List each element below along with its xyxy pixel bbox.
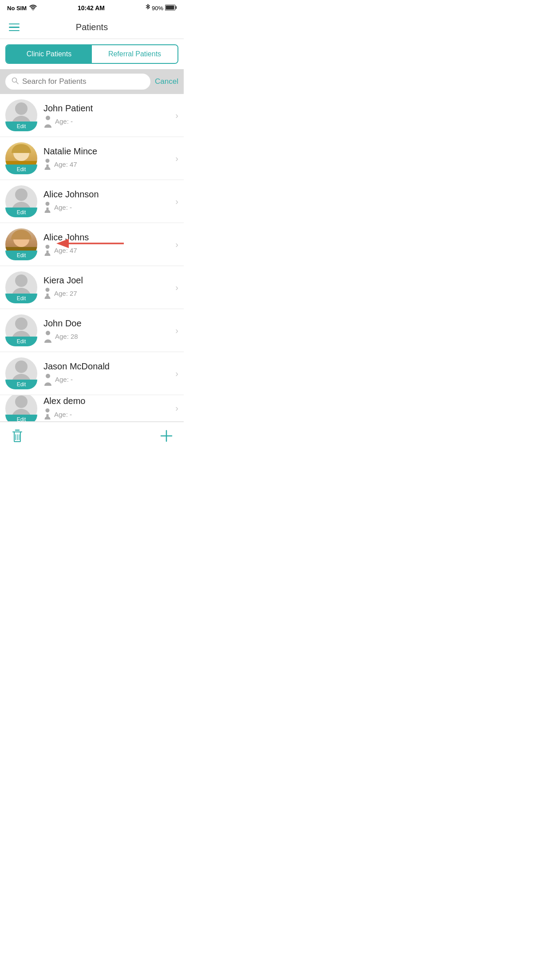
avatar: Edit — [5, 185, 37, 217]
patient-name: Kiera Joel — [43, 275, 172, 286]
patient-age: Age: - — [55, 118, 73, 125]
gender-icon — [43, 287, 51, 300]
wifi-icon — [29, 4, 37, 12]
patient-name: John Doe — [43, 318, 172, 329]
chevron-right-icon: › — [175, 196, 178, 207]
edit-badge[interactable]: Edit — [5, 380, 37, 389]
patient-name: Natalie Mince — [43, 146, 172, 157]
no-sim-label: No SIM — [7, 5, 27, 12]
chevron-right-icon: › — [175, 368, 178, 379]
patient-row[interactable]: Edit Alice Johnson Age: - › — [0, 180, 184, 223]
edit-badge[interactable]: Edit — [5, 337, 37, 346]
patient-age-row: Age: - — [43, 373, 172, 386]
chevron-right-icon: › — [175, 110, 178, 121]
svg-rect-3 — [166, 5, 174, 9]
svg-point-17 — [46, 331, 50, 335]
chevron-right-icon: › — [175, 239, 178, 250]
avatar: Edit — [5, 142, 37, 174]
patient-list: Edit John Patient Age: - › Edit Natalie … — [0, 94, 184, 422]
chevron-right-icon: › — [175, 325, 178, 336]
referral-patients-tab[interactable]: Referral Patients — [92, 45, 177, 63]
patient-age-row: Age: - — [43, 115, 172, 128]
gender-icon — [43, 330, 52, 343]
svg-point-19 — [46, 408, 50, 412]
search-input[interactable] — [22, 77, 144, 86]
patient-name: John Patient — [43, 103, 172, 114]
patient-age-row: Age: - — [43, 201, 172, 214]
delete-button[interactable] — [11, 428, 24, 445]
segment-control: Clinic Patients Referral Patients — [5, 44, 178, 64]
patient-age: Age: 27 — [54, 290, 77, 297]
edit-badge[interactable]: Edit — [5, 415, 37, 422]
svg-point-9 — [46, 202, 50, 206]
edit-badge[interactable]: Edit — [5, 165, 37, 174]
patient-age: Age: 47 — [54, 161, 77, 168]
patient-row[interactable]: Edit Alex demo Age: - › — [0, 395, 184, 422]
gender-icon — [43, 201, 51, 214]
patient-age-row: Age: 27 — [43, 287, 172, 300]
svg-point-7 — [46, 159, 50, 163]
battery-icon — [165, 4, 177, 12]
svg-rect-16 — [47, 294, 49, 297]
add-button[interactable] — [160, 429, 173, 444]
hamburger-button[interactable] — [7, 22, 21, 33]
chevron-right-icon: › — [175, 403, 178, 413]
svg-rect-2 — [175, 6, 177, 9]
svg-rect-10 — [47, 208, 49, 211]
avatar: Edit — [5, 357, 37, 389]
patient-age-row: Age: 47 — [43, 244, 172, 257]
svg-line-5 — [16, 82, 19, 84]
edit-badge[interactable]: Edit — [5, 208, 37, 217]
patient-age: Age: - — [54, 411, 72, 418]
svg-point-0 — [32, 9, 34, 10]
patient-age-row: Age: 28 — [43, 330, 172, 343]
patient-row[interactable]: Edit John Doe Age: 28 › — [0, 309, 184, 352]
avatar: Edit — [5, 271, 37, 303]
clinic-patients-tab[interactable]: Clinic Patients — [6, 45, 92, 63]
search-bar-container: Cancel — [0, 69, 184, 94]
chevron-right-icon: › — [175, 282, 178, 293]
patient-age: Age: 47 — [54, 247, 77, 254]
patient-age-row: Age: 47 — [43, 158, 172, 171]
patient-row[interactable]: Edit Alice Johns Age: 47 › — [0, 223, 184, 266]
patient-row[interactable]: Edit Natalie Mince Age: 47 › — [0, 137, 184, 180]
gender-icon — [43, 373, 52, 386]
patient-info: Alex demo Age: - — [43, 396, 172, 420]
gender-icon — [43, 244, 51, 257]
status-left: No SIM — [7, 4, 37, 12]
svg-point-13 — [46, 245, 50, 249]
gender-icon — [43, 158, 51, 171]
patient-name: Alice Johns — [43, 232, 172, 243]
gender-icon — [43, 115, 52, 128]
status-time: 10:42 AM — [78, 4, 105, 12]
svg-point-6 — [46, 116, 50, 120]
status-bar: No SIM 10:42 AM 90% — [0, 0, 184, 16]
search-icon — [12, 77, 19, 86]
svg-point-18 — [46, 374, 50, 378]
avatar: Edit — [5, 395, 37, 422]
edit-badge[interactable]: Edit — [5, 251, 37, 260]
patient-row[interactable]: Edit John Patient Age: - › — [0, 94, 184, 137]
patient-name: Alex demo — [43, 396, 172, 406]
patient-name: Alice Johnson — [43, 189, 172, 200]
chevron-right-icon: › — [175, 153, 178, 164]
status-right: 90% — [146, 4, 177, 12]
patient-row[interactable]: Edit Kiera Joel Age: 27 › — [0, 266, 184, 309]
svg-rect-14 — [47, 251, 49, 254]
edit-badge[interactable]: Edit — [5, 122, 37, 131]
patient-row[interactable]: Edit Jason McDonald Age: - › — [0, 352, 184, 395]
patient-age: Age: - — [55, 376, 73, 383]
svg-rect-8 — [47, 165, 49, 168]
svg-point-15 — [46, 288, 50, 292]
battery-percent: 90% — [152, 5, 163, 12]
patient-info: Alice Johns Age: 47 — [43, 232, 172, 257]
patient-info: Natalie Mince Age: 47 — [43, 146, 172, 171]
avatar: Edit — [5, 228, 37, 260]
edit-badge[interactable]: Edit — [5, 294, 37, 303]
page-title: Patients — [76, 22, 108, 32]
search-input-wrap — [5, 74, 150, 90]
bluetooth-icon — [146, 4, 150, 12]
patient-info: Alice Johnson Age: - — [43, 189, 172, 214]
cancel-button[interactable]: Cancel — [155, 77, 178, 86]
avatar: Edit — [5, 314, 37, 346]
